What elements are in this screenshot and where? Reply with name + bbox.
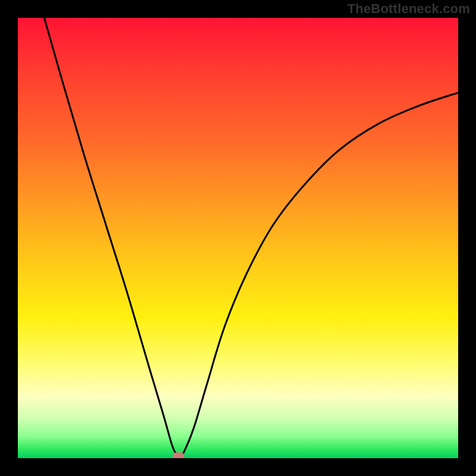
bottleneck-curve [44, 18, 458, 456]
watermark-text: TheBottleneck.com [347, 1, 470, 17]
plot-area [18, 18, 458, 458]
curve-layer [18, 18, 458, 458]
chart-frame: TheBottleneck.com [0, 0, 476, 476]
optimal-marker [173, 452, 184, 458]
